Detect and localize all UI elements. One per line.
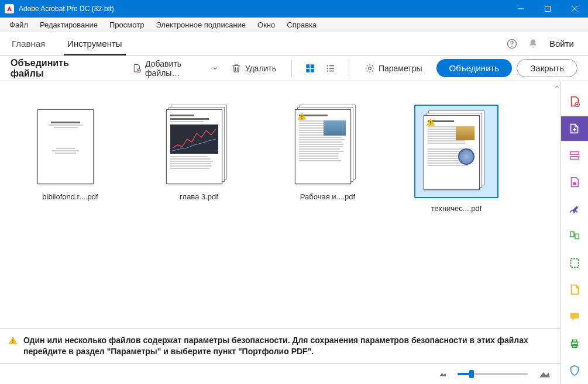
tool-comment[interactable]	[561, 305, 588, 329]
file-warning-icon	[297, 112, 307, 121]
tool-edit-pdf[interactable]	[561, 143, 588, 168]
close-button[interactable]	[561, 0, 588, 18]
svg-rect-1	[545, 6, 551, 12]
add-files-label: Добавить файлы…	[145, 59, 209, 78]
svg-point-21	[301, 118, 302, 119]
gear-icon	[365, 63, 375, 74]
svg-rect-34	[572, 340, 576, 343]
trash-icon	[231, 63, 242, 74]
svg-rect-31	[575, 234, 579, 238]
svg-rect-30	[570, 232, 574, 237]
tool-protect[interactable]	[561, 278, 588, 302]
svg-rect-29	[573, 182, 576, 185]
svg-point-25	[12, 343, 13, 344]
file-warning-icon	[426, 117, 435, 127]
tab-tools[interactable]: Инструменты	[64, 32, 126, 56]
zoom-small-icon[interactable]	[439, 371, 447, 377]
svg-point-15	[326, 67, 328, 68]
tool-create-pdf[interactable]	[561, 89, 588, 114]
options-button[interactable]: Параметры	[360, 61, 427, 76]
file-item[interactable]: bibliofond.r....pdf	[29, 105, 111, 201]
tool-export-pdf[interactable]	[561, 170, 588, 195]
tabbar: Главная Инструменты Войти	[0, 32, 588, 56]
tool-sign[interactable]	[561, 197, 588, 222]
login-button[interactable]: Войти	[544, 39, 580, 49]
delete-button[interactable]: Удалить	[226, 61, 281, 76]
maximize-button[interactable]	[534, 0, 561, 18]
acrobat-logo	[5, 4, 14, 13]
file-item[interactable]: техничес....pdf	[415, 105, 497, 213]
combine-toolbar: Объединить файлы Добавить файлы… Удалить…	[0, 56, 588, 81]
tab-home[interactable]: Главная	[8, 32, 49, 56]
tool-security[interactable]	[561, 358, 588, 383]
svg-rect-12	[311, 68, 314, 72]
titlebar: Adobe Acrobat Pro DC (32-bit)	[0, 0, 588, 18]
minimize-button[interactable]	[507, 0, 534, 18]
list-icon	[325, 63, 336, 74]
zoom-slider[interactable]	[458, 373, 528, 375]
main-panel: bibliofond.r....pdfглава 3.pdfРабочая и.…	[0, 81, 561, 384]
delete-label: Удалить	[245, 64, 276, 73]
workspace: bibliofond.r....pdfглава 3.pdfРабочая и.…	[0, 81, 588, 384]
grid-icon	[305, 63, 315, 74]
file-label: техничес....pdf	[431, 204, 482, 213]
zoom-large-icon[interactable]	[538, 369, 551, 379]
add-page-icon	[132, 63, 142, 74]
menu-file[interactable]: Файл	[4, 19, 34, 31]
list-view-button[interactable]	[323, 60, 339, 77]
file-label: глава 3.pdf	[180, 192, 218, 201]
menu-sign[interactable]: Электронное подписание	[150, 19, 252, 31]
tool-combine-files[interactable]	[561, 116, 588, 141]
tools-sidebar	[561, 81, 588, 384]
window-title: Adobe Acrobat Pro DC (32-bit)	[19, 5, 507, 13]
tool-organize[interactable]	[561, 224, 588, 248]
menubar: Файл Редактирование Просмотр Электронное…	[0, 18, 588, 32]
warning-bar: Один или несколько файлов содержат парам…	[0, 328, 561, 363]
tool-redact[interactable]	[561, 251, 588, 275]
warning-icon	[8, 336, 18, 345]
svg-rect-32	[571, 259, 579, 268]
menu-edit[interactable]: Редактирование	[34, 19, 104, 31]
separator	[349, 60, 349, 77]
close-panel-button[interactable]: Закрыть	[517, 59, 577, 77]
separator	[291, 60, 292, 77]
menu-window[interactable]: Окно	[252, 19, 281, 31]
grid-view-button[interactable]	[302, 60, 318, 77]
tool-print[interactable]	[561, 331, 588, 356]
scroll-indicator-icon	[555, 85, 559, 89]
file-grid[interactable]: bibliofond.r....pdfглава 3.pdfРабочая и.…	[0, 81, 561, 328]
svg-point-17	[326, 70, 328, 71]
warning-text: Один или несколько файлов содержат парам…	[23, 335, 552, 357]
svg-rect-10	[311, 64, 314, 68]
file-label: bibliofond.r....pdf	[42, 192, 98, 201]
file-label: Рабочая и....pdf	[300, 192, 355, 201]
add-files-button[interactable]: Добавить файлы…	[128, 57, 221, 80]
svg-rect-27	[570, 152, 579, 155]
chevron-down-icon	[213, 66, 217, 71]
notifications-icon[interactable]	[522, 33, 544, 54]
svg-rect-9	[306, 64, 310, 68]
options-label: Параметры	[379, 64, 422, 73]
bottom-bar	[0, 363, 561, 384]
svg-point-19	[369, 67, 372, 70]
svg-point-5	[511, 46, 513, 47]
file-item[interactable]: Рабочая и....pdf	[287, 105, 369, 201]
menu-help[interactable]: Справка	[281, 19, 322, 31]
help-icon[interactable]	[501, 33, 522, 54]
svg-rect-11	[306, 68, 310, 72]
svg-point-23	[430, 124, 431, 125]
svg-point-13	[326, 65, 328, 66]
combine-button[interactable]: Объединить	[436, 59, 513, 77]
file-item[interactable]: глава 3.pdf	[158, 105, 240, 201]
menu-view[interactable]: Просмотр	[104, 19, 150, 31]
svg-rect-28	[570, 157, 579, 160]
toolbar-title: Объединить файлы	[11, 58, 94, 79]
